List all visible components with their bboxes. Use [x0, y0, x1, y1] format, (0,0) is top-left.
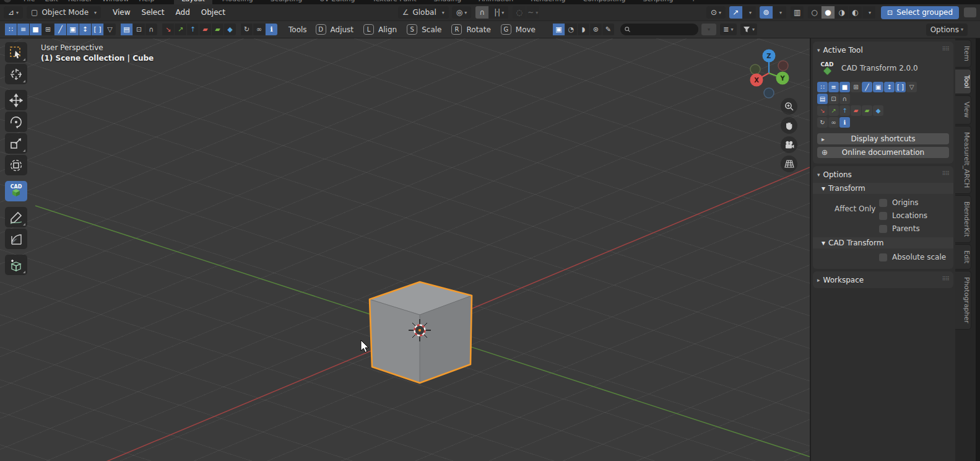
panel-grip-icon[interactable] — [942, 170, 949, 177]
show-gizmo-toggle[interactable]: ↗ — [729, 6, 742, 19]
snap-center-icon[interactable]: ▣ — [873, 82, 883, 92]
sidebar-tab-view[interactable]: View — [955, 95, 971, 124]
workspace-tab-rendering[interactable]: Rendering — [523, 0, 573, 4]
blender-logo[interactable] — [4, 0, 11, 2]
constraint-y-icon[interactable]: ↗ — [828, 105, 839, 116]
constraint-x-icon[interactable]: ↘ — [817, 105, 828, 116]
snap-geometry-icon[interactable]: ▽ — [104, 24, 116, 35]
shading-solid-button[interactable]: ● — [822, 6, 835, 19]
rotate-step-icon[interactable]: ↻ — [241, 24, 253, 35]
sidebar-tab-photographer[interactable]: Photographer — [955, 271, 971, 330]
pan-nav-button[interactable] — [781, 117, 797, 134]
workspace-tab-animation[interactable]: Animation — [471, 0, 521, 4]
workspace-tab-uv-editing[interactable]: UV Editing — [312, 0, 362, 4]
workspace-tab-scripting[interactable]: Scripting — [635, 0, 680, 4]
snap-perpendicular-icon[interactable]: ↕ — [79, 24, 91, 35]
info-toggle-icon[interactable]: ℹ — [839, 117, 850, 128]
front-face-snap-icon[interactable]: ▤ — [121, 24, 132, 35]
shading-rendered-button[interactable]: ◐ — [849, 6, 862, 19]
menu-file[interactable]: File — [24, 0, 35, 3]
snap-perpendicular-icon[interactable]: ↕ — [884, 82, 895, 92]
viewport-3d[interactable]: User Perspective (1) Scene Collection | … — [0, 38, 810, 461]
absolute-scale-checkbox[interactable]: Absolute scale — [879, 253, 949, 261]
gizmo-neg-y-ball[interactable] — [750, 64, 760, 74]
magnet-icon[interactable]: ∩ — [145, 24, 157, 35]
snap-lines-icon[interactable]: ≡ — [17, 24, 29, 35]
search-collapse-button[interactable] — [701, 24, 716, 35]
ortho-toggle-button[interactable] — [781, 156, 797, 172]
object-mode-dropdown[interactable]: ▢ Object Mode — [27, 6, 101, 19]
transform-tool[interactable] — [5, 155, 27, 175]
cad-transform-subpanel-header[interactable]: ▾ CAD Transform — [813, 237, 953, 248]
menu-help[interactable]: Help — [139, 0, 154, 3]
snap-bounds-icon[interactable]: [ ] — [92, 24, 103, 35]
menu-select[interactable]: Select — [136, 8, 170, 17]
workspace-tab-layout[interactable]: Layout — [174, 0, 212, 4]
menu-add[interactable]: Add — [170, 8, 196, 17]
transform-orientation-dropdown[interactable]: ∠ Global — [398, 6, 449, 19]
info-toggle-icon[interactable]: ℹ — [266, 24, 277, 35]
shading-sphere-icon[interactable]: ◔ — [565, 24, 577, 35]
sidebar-tab-item[interactable]: Item — [955, 40, 971, 68]
object-visibility-dropdown[interactable]: ⊙ — [706, 6, 726, 19]
workspace-tab-modeling[interactable]: Modeling — [215, 0, 261, 4]
select-grouped-button[interactable]: ⊡ Select grouped — [881, 6, 959, 19]
rotate-step-icon[interactable]: ↻ — [817, 117, 828, 128]
pivot-point-dropdown[interactable]: ◎ — [452, 6, 472, 19]
shading-dropdown[interactable] — [862, 6, 875, 19]
rotate-action[interactable]: RRotate — [451, 24, 490, 35]
search-input[interactable] — [633, 25, 694, 34]
plane-yz-icon[interactable]: ▰ — [851, 105, 861, 116]
locations-checkbox[interactable]: Locations — [879, 211, 949, 220]
xray-toggle[interactable]: ▥ — [791, 6, 804, 19]
online-documentation-button[interactable]: ⊕ Online documentation — [817, 147, 949, 158]
snap-lines-icon[interactable]: ≡ — [828, 82, 839, 92]
snap-center-icon[interactable]: ▣ — [67, 24, 79, 35]
proportional-falloff-dropdown[interactable]: ~ — [526, 6, 539, 19]
workspace-header[interactable]: ▸ Workspace — [817, 274, 949, 285]
menu-render[interactable]: Render — [68, 0, 92, 3]
workspace-tab-compositing[interactable]: Compositing — [576, 0, 633, 4]
overlays-dropdown[interactable] — [773, 6, 786, 19]
constraint-x-icon[interactable]: ↘ — [162, 24, 174, 35]
snap-magnet-toggle[interactable]: ∩ — [475, 6, 488, 19]
gizmo-dropdown[interactable] — [743, 6, 756, 19]
move-tool[interactable] — [5, 90, 27, 110]
workspace-tab-sculpting[interactable]: Sculpting — [263, 0, 310, 4]
options-dropdown[interactable]: Options — [926, 24, 968, 36]
sidebar-tab-blenderkit[interactable]: BlenderKit — [955, 195, 971, 243]
snap-grid-plus-icon[interactable]: ⊞ — [42, 24, 54, 35]
cursor-tool[interactable] — [5, 64, 27, 84]
box-select-tool[interactable] — [5, 42, 27, 63]
snap-bounds-icon[interactable]: [ ] — [895, 82, 906, 92]
paint-drop-icon[interactable]: ◗ — [578, 24, 589, 35]
parents-checkbox[interactable]: Parents — [879, 224, 949, 233]
magnet-icon[interactable]: ∩ — [839, 94, 850, 104]
menu-view[interactable]: View — [107, 8, 136, 17]
adjust-action[interactable]: DAdjust — [316, 24, 354, 35]
cad-transform-tool[interactable]: CAD — [5, 181, 27, 201]
plane-xy-icon[interactable]: ◆ — [873, 105, 883, 116]
scale-action[interactable]: SScale — [407, 24, 441, 35]
menu-window[interactable]: Window — [102, 0, 129, 3]
snap-grid-icon[interactable]: ∷ — [817, 82, 828, 92]
transform-subpanel-header[interactable]: ▾ Transform — [813, 183, 953, 194]
link-rings-icon[interactable]: ∞ — [828, 117, 839, 128]
move-action[interactable]: GMove — [501, 24, 536, 35]
plane-xz-icon[interactable]: ▰ — [862, 105, 872, 116]
camera-view-button[interactable] — [781, 136, 797, 153]
shading-material-button[interactable]: ◑ — [835, 6, 848, 19]
world-icon[interactable]: ⊛ — [590, 24, 602, 35]
sidebar-tab-edit[interactable]: Edit — [955, 244, 971, 270]
sidebar-tab-tool[interactable]: Tool — [955, 69, 971, 94]
snap-edge-icon[interactable]: ╱ — [862, 82, 872, 92]
options-header[interactable]: ▾ Options — [817, 169, 949, 180]
panel-grip-icon[interactable] — [942, 46, 949, 52]
snap-to-dropdown[interactable]: |·| — [489, 6, 508, 19]
menu-edit[interactable]: Edit — [45, 0, 58, 3]
display-shortcuts-button[interactable]: ▸ Display shortcuts — [817, 133, 949, 144]
constraint-z-icon[interactable]: ↑ — [187, 24, 199, 35]
editor-type-selector[interactable]: ⊿ — [4, 6, 23, 19]
workspace-tab-texture-paint[interactable]: Texture Paint — [365, 0, 424, 4]
face-copy-icon[interactable]: ⊡ — [133, 24, 145, 35]
